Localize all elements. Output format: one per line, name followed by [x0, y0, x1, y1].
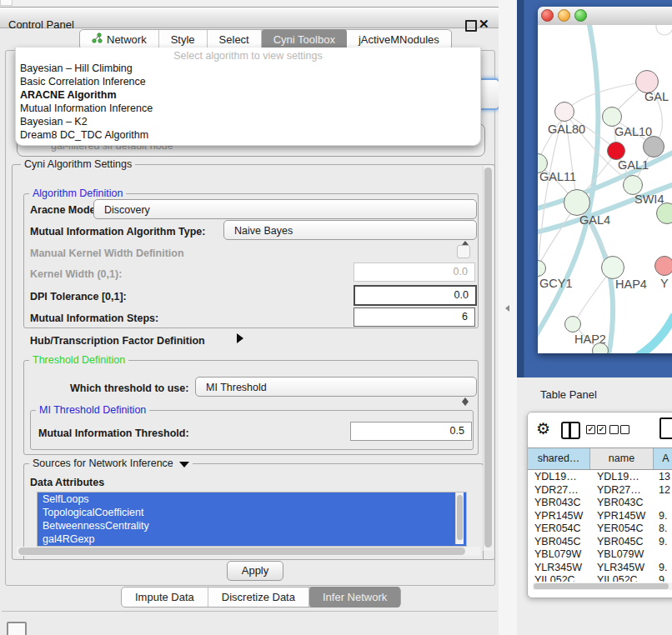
tab-infer-network[interactable]: Infer Network: [309, 587, 400, 608]
table-row[interactable]: YDL19…YDL19…13: [528, 471, 672, 484]
data-attribute-item[interactable]: TopologicalCoefficient: [38, 506, 466, 519]
table-cell[interactable]: [654, 497, 672, 510]
network-node-gal1[interactable]: [607, 142, 625, 160]
table-cell[interactable]: YPR145W: [590, 510, 654, 523]
table-cell[interactable]: 9.: [654, 574, 672, 582]
data-attribute-item[interactable]: gal4RGexp: [38, 532, 466, 546]
table-cell[interactable]: YPR145W: [528, 510, 590, 523]
column-header-partial[interactable]: A: [654, 448, 672, 469]
tab-jactivemnodules[interactable]: jActiveMNodules: [347, 30, 451, 49]
table-cell[interactable]: 13: [654, 471, 672, 484]
table-cell[interactable]: YBR043C: [528, 497, 590, 510]
algorithm-option[interactable]: Bayesian – Hill Climbing: [20, 62, 470, 75]
table-row[interactable]: YIL052CYIL052C9.: [528, 574, 672, 582]
table-cell[interactable]: YIL052C: [590, 574, 654, 582]
table-cell[interactable]: YBR043C: [590, 497, 654, 510]
document-icon[interactable]: [659, 418, 672, 439]
table-row[interactable]: YBL079WYBL079W: [528, 548, 672, 562]
table-cell[interactable]: 9.: [654, 510, 672, 523]
algorithm-option[interactable]: Dream8 DC_TDC Algorithm: [20, 128, 470, 142]
select-all-icon[interactable]: ✓: [597, 425, 606, 434]
column-header-name[interactable]: name: [590, 448, 654, 469]
network-node[interactable]: [643, 136, 664, 158]
manual-kernel-checkbox[interactable]: [457, 245, 470, 258]
splitter-arrow-icon[interactable]: [505, 305, 509, 312]
close-icon[interactable]: ✕: [479, 17, 489, 32]
table-row[interactable]: YBR043CYBR043C: [528, 497, 672, 510]
deselect-all-icon[interactable]: [609, 425, 619, 434]
table-cell[interactable]: YBL079W: [528, 548, 590, 562]
table-cell[interactable]: YDL19…: [590, 471, 654, 484]
network-node[interactable]: [592, 342, 609, 353]
gear-icon[interactable]: ⚙: [536, 419, 550, 438]
table-cell[interactable]: YLR345W: [528, 562, 590, 575]
table-cell[interactable]: [654, 548, 672, 562]
network-canvas[interactable]: GALGAL80GAL10GAL1GAL11SWI4GAL4GCY1HAP4YH…: [538, 25, 672, 353]
table-row[interactable]: YLR345WYLR345W9.: [528, 562, 672, 575]
settings-horizontal-scrollbar[interactable]: [17, 547, 480, 556]
table-row[interactable]: YDR27…YDR27…12: [528, 484, 672, 498]
table-cell[interactable]: YIL052C: [528, 574, 590, 582]
network-node[interactable]: [656, 202, 672, 224]
minimize-traffic-light-icon[interactable]: [558, 9, 570, 22]
column-header-shared-name[interactable]: shared…: [528, 448, 590, 469]
panel-splitter[interactable]: [499, 0, 517, 635]
float-window-icon[interactable]: [465, 20, 477, 32]
tab-discretize-data[interactable]: Discretize Data: [208, 588, 309, 607]
table-cell[interactable]: YLR345W: [590, 562, 654, 575]
data-attribute-item[interactable]: SelfLoops: [38, 492, 466, 506]
tab-style[interactable]: Style: [159, 30, 208, 49]
tab-impute-data[interactable]: Impute Data: [122, 588, 208, 607]
network-node-hap4[interactable]: [601, 256, 624, 279]
close-traffic-light-icon[interactable]: [541, 9, 554, 22]
expand-arrow-icon[interactable]: [179, 462, 189, 468]
apply-button[interactable]: Apply: [227, 561, 283, 581]
network-node-gal10[interactable]: [602, 107, 622, 127]
table-cell[interactable]: YER054C: [590, 522, 654, 536]
collapse-arrow-icon[interactable]: [237, 333, 243, 343]
table-cell[interactable]: 12: [654, 484, 672, 498]
data-attribute-item[interactable]: BetweennessCentrality: [38, 519, 466, 532]
which-threshold-combo[interactable]: MI Threshold: [195, 377, 477, 397]
table-row[interactable]: YPR145WYPR145W9.: [528, 510, 672, 523]
attribute-list-scrollbar[interactable]: [455, 492, 464, 544]
table-cell[interactable]: YBL079W: [590, 548, 654, 562]
table-cell[interactable]: 8.: [654, 522, 672, 536]
table-row[interactable]: YER054CYER054C8.: [528, 522, 672, 536]
kernel-width-field[interactable]: 0.0: [354, 262, 475, 282]
algorithm-option[interactable]: ARACNE Algorithm: [20, 88, 470, 102]
table-cell[interactable]: YER054C: [528, 522, 590, 536]
network-node-gal80[interactable]: [554, 102, 574, 122]
network-node-hap2[interactable]: [564, 316, 581, 332]
table-row[interactable]: YBR045CYBR045C9.: [528, 536, 672, 549]
deselect-all-icon[interactable]: [620, 425, 629, 434]
tab-network[interactable]: Network: [80, 30, 159, 49]
mi-threshold-field[interactable]: 0.5: [350, 422, 472, 441]
table-horizontal-scrollbar[interactable]: [533, 582, 672, 590]
mi-algorithm-type-combo[interactable]: Naive Bayes: [223, 220, 477, 240]
table-cell[interactable]: YDL19…: [528, 471, 590, 484]
table-body[interactable]: YDL19…YDL19…13YDR27…YDR27…12YBR043CYBR04…: [528, 471, 672, 582]
zoom-traffic-light-icon[interactable]: [574, 9, 587, 22]
select-all-icon[interactable]: ✓: [586, 425, 595, 434]
table-cell[interactable]: YBR045C: [528, 536, 590, 549]
network-node-gal4[interactable]: [564, 189, 590, 216]
network-node-y[interactable]: [654, 256, 672, 276]
table-cell[interactable]: 9.: [654, 536, 672, 549]
mi-steps-field[interactable]: 6: [354, 308, 475, 327]
network-window-titlebar[interactable]: [538, 7, 672, 26]
hub-definition-label[interactable]: Hub/Transcription Factor Definition: [30, 335, 205, 347]
dpi-tolerance-field[interactable]: 0.0: [354, 285, 477, 306]
table-cell[interactable]: 9.: [654, 562, 672, 575]
algorithm-option[interactable]: Bayesian – K2: [20, 115, 470, 128]
minimized-panel-icon[interactable]: [7, 622, 27, 635]
data-attributes-list[interactable]: SelfLoopsTopologicalCoefficientBetweenne…: [37, 492, 467, 547]
table-cell[interactable]: YDR27…: [590, 484, 654, 498]
algorithm-option[interactable]: Mutual Information Inference: [20, 102, 470, 115]
table-cell[interactable]: YBR045C: [590, 536, 654, 549]
split-columns-icon[interactable]: [561, 422, 580, 439]
table-cell[interactable]: YDR27…: [528, 484, 590, 498]
algorithm-option[interactable]: Basic Correlation Inference: [20, 75, 470, 88]
tab-select[interactable]: Select: [208, 30, 262, 49]
aracne-mode-combo[interactable]: Discovery: [93, 199, 477, 219]
